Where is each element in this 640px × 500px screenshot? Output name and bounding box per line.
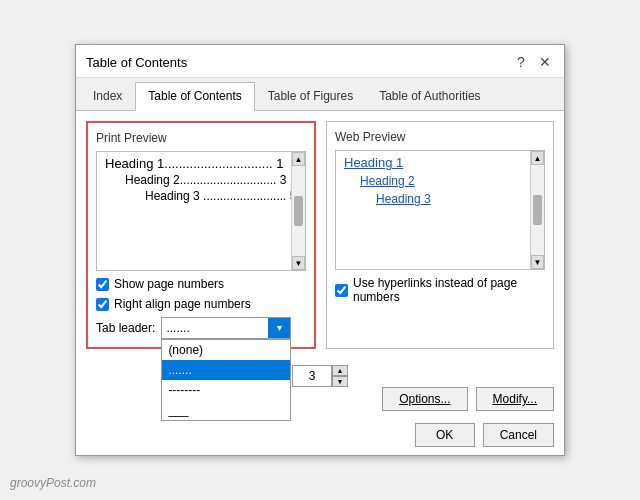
web-h3[interactable]: Heading 3 [376,192,536,206]
web-preview-label: Web Preview [335,130,545,144]
tab-authorities[interactable]: Table of Authorities [366,82,493,110]
dialog-title: Table of Contents [86,55,187,70]
right-align-checkbox[interactable] [96,298,109,311]
right-align-row: Right align page numbers [96,297,306,311]
option-underline[interactable]: ___ [162,400,290,420]
watermark: groovyPost.com [10,476,96,490]
tab-leader-label: Tab leader: [96,321,155,335]
ok-button[interactable]: OK [415,423,475,447]
cancel-button[interactable]: Cancel [483,423,554,447]
web-preview-scrollbar[interactable]: ▲ ▼ [530,151,544,269]
spinner-down-btn[interactable]: ▼ [332,376,348,387]
option-none[interactable]: (none) [162,340,290,360]
options-label: Options... [399,392,450,406]
web-scroll-thumb [533,195,542,225]
close-button[interactable]: ✕ [536,53,554,71]
help-button[interactable]: ? [512,53,530,71]
modify-label: Modify... [493,392,537,406]
tab-toc[interactable]: Table of Contents [135,82,254,111]
title-bar: Table of Contents ? ✕ [76,45,564,78]
tab-bar: Index Table of Contents Table of Figures… [76,78,564,111]
web-scroll-down[interactable]: ▼ [531,255,544,269]
print-preview-content: Heading 1.............................. … [105,156,297,203]
modify-button[interactable]: Modify... [476,387,554,411]
print-preview-box: Heading 1.............................. … [96,151,306,271]
bottom-buttons: OK Cancel [76,415,564,455]
tab-leader-value: ....... [166,321,189,335]
hyperlinks-checkbox[interactable] [335,284,348,297]
scroll-up-btn[interactable]: ▲ [292,152,305,166]
spinner-row: ▲ ▼ [76,365,564,387]
hyperlinks-row: Use hyperlinks instead of page numbers [335,276,545,304]
tab-leader-arrow: ▼ [268,318,290,338]
scroll-down-btn[interactable]: ▼ [292,256,305,270]
scroll-thumb [294,196,303,226]
tab-leader-dropdown-container: ....... ▼ (none) ....... -------- ___ [161,317,291,339]
option-dashes[interactable]: -------- [162,380,290,400]
tab-leader-display[interactable]: ....... ▼ [161,317,291,339]
hyperlinks-label: Use hyperlinks instead of page numbers [353,276,545,304]
right-align-label: Right align page numbers [114,297,251,311]
tab-leader-row: Tab leader: ....... ▼ (none) ....... ---… [96,317,306,339]
toc-dialog: Table of Contents ? ✕ Index Table of Con… [75,44,565,456]
tab-leader-options: (none) ....... -------- ___ [161,339,291,421]
print-preview-scrollbar[interactable]: ▲ ▼ [291,152,305,270]
option-dots[interactable]: ....... [162,360,290,380]
options-button[interactable]: Options... [382,387,467,411]
web-scroll-up[interactable]: ▲ [531,151,544,165]
spinner-buttons: ▲ ▼ [332,365,348,387]
main-content: Print Preview Heading 1.................… [76,111,564,359]
print-h3: Heading 3 ......................... 5 [145,189,297,203]
show-page-numbers-checkbox[interactable] [96,278,109,291]
web-preview-box: Heading 1 Heading 2 Heading 3 ▲ ▼ [335,150,545,270]
web-preview-panel: Web Preview Heading 1 Heading 2 Heading … [326,121,554,349]
print-h1: Heading 1.............................. … [105,156,297,171]
levels-spinner-input[interactable] [292,365,332,387]
print-h2: Heading 2............................. 3 [125,173,297,187]
tab-index[interactable]: Index [80,82,135,110]
print-preview-label: Print Preview [96,131,306,145]
web-h2[interactable]: Heading 2 [360,174,536,188]
show-page-numbers-label: Show page numbers [114,277,224,291]
show-page-numbers-row: Show page numbers [96,277,306,291]
print-preview-panel: Print Preview Heading 1.................… [86,121,316,349]
title-bar-actions: ? ✕ [512,53,554,71]
spinner-up-btn[interactable]: ▲ [332,365,348,376]
web-h1[interactable]: Heading 1 [344,155,536,170]
tab-figures[interactable]: Table of Figures [255,82,366,110]
options-row: Options... Modify... [76,387,564,415]
